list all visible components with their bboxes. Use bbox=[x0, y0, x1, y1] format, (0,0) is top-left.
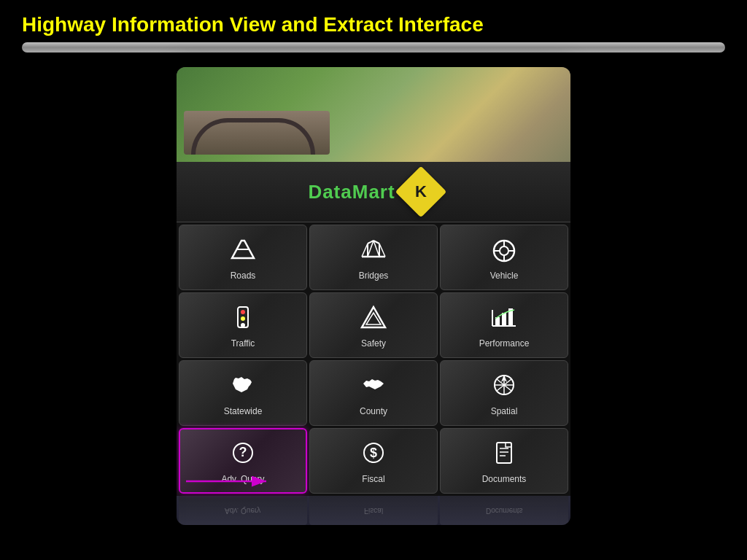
roads-label: Roads bbox=[231, 271, 256, 281]
ref-fiscal: Fiscal bbox=[309, 496, 438, 525]
statewide-label: Statewide bbox=[224, 406, 263, 416]
grid-item-bridges[interactable]: Bridges bbox=[309, 225, 438, 290]
page-title: Highway Information View and Extract Int… bbox=[22, 13, 725, 36]
safety-label: Safety bbox=[361, 338, 386, 349]
title-underline bbox=[22, 42, 725, 52]
grid-item-county[interactable]: County bbox=[309, 360, 438, 426]
ref-adv-query: Adv. Query bbox=[179, 496, 307, 525]
svg-rect-25 bbox=[502, 313, 506, 326]
ref-adv-query-label: Adv. Query bbox=[225, 507, 260, 515]
vehicle-icon bbox=[489, 236, 519, 266]
ref-fiscal-label: Fiscal bbox=[364, 507, 383, 515]
grid-item-statewide[interactable]: Statewide bbox=[179, 360, 307, 426]
county-label: County bbox=[360, 406, 387, 416]
grid-item-spatial[interactable]: Spatial bbox=[440, 360, 568, 426]
performance-label: Performance bbox=[479, 338, 530, 349]
adv-query-label: Adv. Query bbox=[221, 474, 264, 484]
ref-documents-label: Documents bbox=[486, 507, 523, 515]
svg-text:$: $ bbox=[370, 446, 377, 460]
svg-point-17 bbox=[241, 310, 245, 314]
county-icon bbox=[359, 372, 388, 402]
grid-item-traffic[interactable]: Traffic bbox=[179, 292, 307, 358]
performance-icon bbox=[489, 304, 519, 334]
svg-point-11 bbox=[500, 246, 508, 255]
grid-item-adv-query[interactable]: ? Adv. Query bbox=[179, 428, 307, 494]
k-logo: K bbox=[395, 166, 446, 218]
documents-label: Documents bbox=[482, 474, 527, 484]
roads-icon bbox=[228, 236, 258, 266]
statewide-icon bbox=[228, 372, 258, 402]
fiscal-icon: $ bbox=[359, 440, 388, 470]
svg-point-19 bbox=[241, 323, 245, 327]
bridges-label: Bridges bbox=[359, 271, 389, 281]
datamart-header: DataMart K bbox=[177, 162, 570, 222]
grid-item-safety[interactable]: Safety bbox=[309, 292, 438, 358]
traffic-icon bbox=[228, 304, 258, 334]
app-grid: Roads Bridges bbox=[177, 222, 570, 496]
fiscal-label: Fiscal bbox=[362, 474, 384, 484]
spatial-icon bbox=[489, 372, 519, 402]
svg-line-6 bbox=[362, 244, 368, 257]
grid-item-performance[interactable]: Performance bbox=[440, 292, 568, 358]
svg-line-7 bbox=[379, 244, 385, 257]
app-panel: DataMart K Roads bbox=[177, 67, 570, 525]
ref-documents: Documents bbox=[440, 496, 568, 525]
traffic-label: Traffic bbox=[231, 338, 255, 349]
svg-text:?: ? bbox=[239, 445, 247, 459]
documents-icon bbox=[489, 440, 519, 470]
grid-item-documents[interactable]: Documents bbox=[440, 428, 568, 494]
title-bar: Highway Information View and Extract Int… bbox=[0, 0, 747, 60]
safety-icon bbox=[359, 304, 388, 334]
bridges-icon bbox=[359, 236, 388, 266]
grid-item-roads[interactable]: Roads bbox=[179, 225, 307, 290]
adv-query-icon: ? bbox=[228, 440, 258, 470]
hero-arch bbox=[191, 118, 315, 155]
grid-item-vehicle[interactable]: Vehicle bbox=[440, 225, 568, 290]
svg-point-18 bbox=[241, 316, 245, 321]
grid-item-fiscal[interactable]: $ Fiscal bbox=[309, 428, 438, 494]
svg-rect-37 bbox=[497, 443, 511, 463]
hero-road bbox=[334, 67, 570, 162]
reflection-area: Adv. Query Fiscal Documents bbox=[177, 496, 570, 525]
hero-image bbox=[177, 67, 570, 162]
spatial-label: Spatial bbox=[491, 406, 518, 416]
datamart-logo-text: DataMart bbox=[308, 181, 395, 203]
k-logo-letter: K bbox=[415, 182, 427, 201]
vehicle-label: Vehicle bbox=[490, 271, 519, 281]
main-content: DataMart K Roads bbox=[0, 60, 747, 525]
